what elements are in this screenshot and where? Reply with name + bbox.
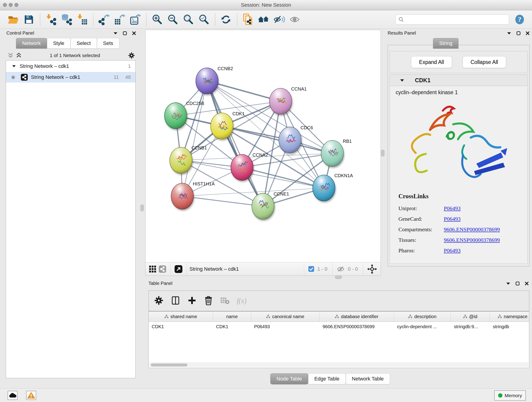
refresh-button[interactable] <box>220 13 232 26</box>
gene-section-header[interactable]: CDK1 <box>390 75 527 86</box>
warnings-button[interactable] <box>26 391 36 400</box>
selected-indicator-checkbox[interactable] <box>308 266 314 272</box>
help-button[interactable]: ? <box>514 14 525 25</box>
expand-all-button[interactable]: Expand All <box>411 56 452 68</box>
table-data-row[interactable]: CDK1CDK1P064939606.ENSP00000378699cyclin… <box>149 322 529 332</box>
node-ccnb1[interactable] <box>170 147 192 173</box>
cell-namespace[interactable]: stringdb <box>490 322 529 332</box>
memory-button[interactable]: Memory <box>494 390 526 401</box>
hide-graphics-details-button[interactable] <box>273 13 285 26</box>
tab-style[interactable]: Style <box>47 38 70 49</box>
network-options-gear-icon[interactable] <box>128 52 135 59</box>
crosslink-link[interactable]: P06493 <box>444 205 461 211</box>
node-ccna1[interactable] <box>269 88 292 114</box>
cell-description[interactable]: cyclin-dependent ... <box>394 322 451 332</box>
edge-cdk1-rb1[interactable] <box>222 126 332 153</box>
tab-network-table[interactable]: Network Table <box>346 373 390 384</box>
zoom-selected-button[interactable] <box>197 13 210 26</box>
scrollbar-thumb[interactable] <box>151 364 187 366</box>
export-image-button[interactable] <box>129 13 142 26</box>
cloud-button[interactable] <box>7 391 18 400</box>
show-columns-button[interactable] <box>171 295 180 306</box>
edge-hist1h1a-ccne1[interactable] <box>182 196 263 206</box>
cell-shared-name[interactable]: CDK1 <box>149 322 213 332</box>
search-field[interactable] <box>395 14 509 25</box>
import-network-file-button[interactable] <box>44 13 57 26</box>
edge-ccnb2-ccne1[interactable] <box>207 81 263 206</box>
collection-expander-icon[interactable] <box>12 65 16 68</box>
expand-all-icon[interactable] <box>16 52 22 59</box>
node-ccne1[interactable] <box>252 193 274 219</box>
column-header-namespace[interactable]: namespace <box>490 312 529 322</box>
panel-menu-icon[interactable] <box>507 32 511 35</box>
column-header-description[interactable]: description <box>394 312 451 322</box>
grid-view-button[interactable] <box>149 266 156 273</box>
export-table-button[interactable] <box>113 13 126 26</box>
right-splitter-handle[interactable] <box>381 150 385 157</box>
pan-mode-button[interactable] <box>367 264 377 274</box>
node-cdc6[interactable] <box>279 127 301 153</box>
hidden-indicator-button[interactable] <box>337 266 345 272</box>
crosslink-link[interactable]: P06493 <box>444 248 461 254</box>
zoom-in-button[interactable] <box>151 13 164 26</box>
network-row-selected[interactable]: String Network – cdk1 11 48 <box>6 72 135 83</box>
tab-network[interactable]: Network <box>16 38 47 49</box>
network-collection-row[interactable]: String Network – cdk1 1 <box>6 61 135 72</box>
node-ccnb2[interactable] <box>196 68 218 94</box>
tab-select[interactable]: Select <box>70 38 97 49</box>
crosslink-link[interactable]: P06493 <box>444 216 461 222</box>
create-column-button[interactable] <box>187 296 197 306</box>
column-header-database-identifier[interactable]: database identifier <box>320 312 394 322</box>
export-network-button[interactable] <box>98 13 110 26</box>
tab-sets[interactable]: Sets <box>97 38 119 49</box>
panel-close-icon[interactable] <box>526 31 530 35</box>
section-expander-icon[interactable] <box>400 79 404 82</box>
node-cdc25b[interactable] <box>165 103 187 129</box>
column-header-shared-name[interactable]: shared name <box>149 312 213 322</box>
tab-edge-table[interactable]: Edge Table <box>308 373 346 384</box>
tab-string[interactable]: String <box>433 38 458 49</box>
zoom-fit-button[interactable] <box>182 13 195 26</box>
home-networks-button[interactable] <box>257 13 270 26</box>
import-table-file-button[interactable] <box>76 13 89 26</box>
collapse-all-icon[interactable] <box>7 52 14 59</box>
edge-cdkn1a-hist1h1a[interactable] <box>182 188 324 196</box>
cell-name[interactable]: CDK1 <box>213 322 251 332</box>
delete-columns-button[interactable] <box>204 295 213 307</box>
node-rb1[interactable] <box>321 140 344 167</box>
panel-float-icon[interactable] <box>123 31 127 35</box>
network-canvas[interactable]: CCNB2CCNA1CDC25BCDK1CDC6RB1CCNB1CCNA2CDK… <box>146 30 380 262</box>
string-view-button[interactable] <box>159 265 166 273</box>
collapse-all-button[interactable]: Collapse All <box>462 56 506 68</box>
panel-close-icon[interactable] <box>132 31 136 35</box>
table-settings-button[interactable] <box>154 295 164 306</box>
column-header-id[interactable]: @id <box>451 312 490 322</box>
column-header-canonical-name[interactable]: canonical name <box>251 312 320 322</box>
open-session-button[interactable] <box>7 13 20 26</box>
panel-menu-icon[interactable] <box>113 32 118 35</box>
cell-id[interactable]: stringdb:9... <box>451 322 490 332</box>
node-cdkn1a[interactable] <box>313 175 335 201</box>
table-horizontal-scrollbar[interactable] <box>149 363 528 367</box>
detach-view-button[interactable] <box>175 265 182 273</box>
crosslink-link[interactable]: 9606.ENSP00000378699 <box>444 226 500 233</box>
cell-canonical-name[interactable]: P06493 <box>251 322 320 332</box>
save-session-button[interactable] <box>22 13 35 26</box>
crosslink-link[interactable]: 9606.ENSP00000378699 <box>444 237 500 243</box>
node-cdk1[interactable] <box>210 113 233 139</box>
panel-menu-icon[interactable] <box>506 282 510 285</box>
cell-database-identifier[interactable]: 9606.ENSP00000378699 <box>320 322 394 332</box>
tab-node-table[interactable]: Node Table <box>270 373 308 384</box>
left-splitter-handle[interactable] <box>140 204 144 211</box>
node-hist1h1a[interactable] <box>171 183 194 209</box>
node-ccna2[interactable] <box>231 154 253 180</box>
panel-float-icon[interactable] <box>515 281 520 286</box>
show-graphics-details-button[interactable] <box>288 13 301 26</box>
app-share-document-button[interactable] <box>241 13 254 26</box>
column-header-name[interactable]: name <box>213 312 251 322</box>
panel-close-icon[interactable] <box>525 281 529 286</box>
zoom-out-button[interactable] <box>166 13 179 26</box>
edge-ccnb2-hist1h1a[interactable] <box>182 81 207 196</box>
import-network-database-button[interactable] <box>60 13 73 26</box>
panel-float-icon[interactable] <box>516 31 520 35</box>
